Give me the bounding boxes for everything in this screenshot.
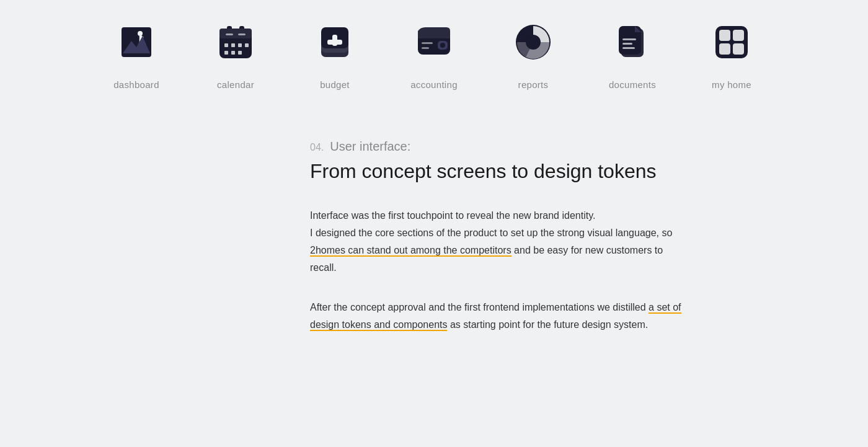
svg-rect-7 bbox=[219, 29, 252, 38]
nav-item-accounting[interactable]: accounting bbox=[384, 20, 484, 90]
section-title: From concept screens to design tokens bbox=[310, 159, 682, 185]
paragraph-1-link[interactable]: 2homes can stand out among the competito… bbox=[310, 245, 512, 257]
svg-rect-39 bbox=[733, 43, 744, 55]
svg-point-25 bbox=[440, 43, 445, 48]
section-heading: 04. User interface: bbox=[310, 139, 682, 154]
budget-icon bbox=[312, 20, 357, 64]
calendar-label: calendar bbox=[217, 79, 254, 90]
svg-rect-13 bbox=[231, 51, 235, 55]
reports-icon bbox=[511, 20, 556, 64]
svg-rect-14 bbox=[238, 51, 242, 55]
nav-item-documents[interactable]: documents bbox=[583, 20, 682, 90]
budget-label: budget bbox=[320, 79, 350, 90]
svg-rect-15 bbox=[226, 33, 233, 35]
accounting-icon bbox=[412, 20, 456, 64]
section-subtitle: User interface: bbox=[330, 139, 410, 154]
dashboard-icon bbox=[114, 20, 159, 64]
paragraph-2-text-1: After the concept approval and the first… bbox=[310, 302, 649, 312]
nav-item-dashboard[interactable]: dashboard bbox=[87, 20, 186, 90]
svg-rect-36 bbox=[719, 30, 730, 41]
svg-rect-27 bbox=[422, 47, 429, 49]
svg-rect-8 bbox=[224, 43, 228, 47]
paragraph-2-text-2: as starting point for the future design … bbox=[447, 319, 648, 330]
documents-label: documents bbox=[609, 79, 656, 90]
documents-icon bbox=[610, 20, 655, 64]
accounting-label: accounting bbox=[410, 79, 458, 90]
my-home-icon bbox=[709, 20, 754, 64]
svg-rect-33 bbox=[622, 43, 632, 45]
svg-rect-12 bbox=[224, 51, 228, 55]
reports-label: reports bbox=[518, 79, 549, 90]
main-navigation: dashboard bbox=[0, 0, 868, 90]
my-home-label: my home bbox=[712, 79, 751, 90]
paragraph-2: After the concept approval and the first… bbox=[310, 299, 682, 334]
svg-rect-38 bbox=[719, 43, 730, 55]
svg-rect-21 bbox=[327, 40, 342, 45]
calendar-icon bbox=[213, 20, 258, 64]
paragraph-1-text-2: I designed the core sections of the prod… bbox=[310, 228, 672, 238]
svg-rect-16 bbox=[238, 33, 246, 35]
dashboard-label: dashboard bbox=[113, 79, 159, 90]
nav-item-calendar[interactable]: calendar bbox=[186, 20, 285, 90]
svg-rect-9 bbox=[231, 43, 235, 47]
nav-item-reports[interactable]: reports bbox=[484, 20, 583, 90]
svg-rect-11 bbox=[245, 43, 249, 47]
svg-rect-10 bbox=[238, 43, 242, 47]
paragraph-1-text-1: Interface was the first touchpoint to re… bbox=[310, 210, 595, 221]
nav-item-budget[interactable]: budget bbox=[285, 20, 384, 90]
paragraph-1: Interface was the first touchpoint to re… bbox=[310, 207, 682, 277]
svg-rect-26 bbox=[422, 42, 433, 44]
svg-point-29 bbox=[526, 35, 541, 50]
svg-rect-37 bbox=[733, 30, 744, 41]
section-number: 04. bbox=[310, 142, 324, 153]
nav-item-my-home[interactable]: my home bbox=[682, 20, 781, 90]
main-content: 04. User interface: From concept screens… bbox=[186, 90, 682, 393]
svg-rect-32 bbox=[622, 38, 636, 40]
svg-rect-34 bbox=[622, 47, 635, 49]
